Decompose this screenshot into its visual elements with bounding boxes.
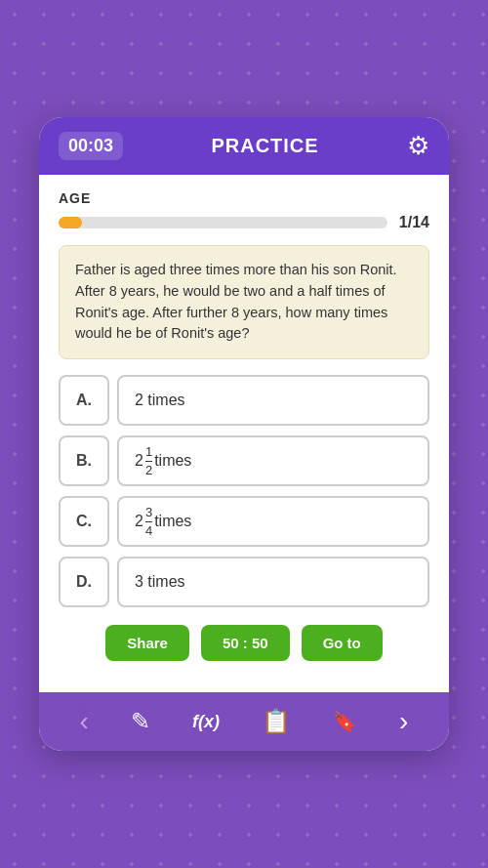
main-card: 00:03 PRACTICE ⚙ AGE 1/14 Father is aged…	[39, 117, 449, 751]
bookmark-icon[interactable]: 🔖	[333, 710, 357, 733]
edit-icon[interactable]: ✎	[131, 708, 150, 735]
fraction-b: 12	[145, 444, 152, 477]
back-icon[interactable]: ‹	[80, 706, 89, 737]
option-text-a[interactable]: 2 times	[117, 375, 429, 426]
question-box: Father is aged three times more than his…	[59, 245, 429, 359]
option-text-b[interactable]: 2 12 times	[117, 435, 429, 486]
progress-bar-container	[59, 217, 387, 228]
timer-display: 00:03	[59, 132, 123, 160]
progress-text: 1/14	[399, 214, 429, 231]
header: 00:03 PRACTICE ⚙	[39, 117, 449, 175]
option-text-c[interactable]: 2 34 times	[117, 496, 429, 547]
option-text-d[interactable]: 3 times	[117, 557, 429, 607]
options-list: A. 2 times B. 2 12 times C. 2 34 times D…	[59, 375, 429, 607]
fraction-c: 34	[145, 505, 152, 538]
go-to-button[interactable]: Go to	[302, 625, 383, 661]
clipboard-icon[interactable]: 📋	[262, 708, 291, 735]
option-row-a: A. 2 times	[59, 375, 429, 426]
fifty-fifty-button[interactable]: 50 : 50	[201, 625, 290, 661]
share-button[interactable]: Share	[105, 625, 189, 661]
option-row-b: B. 2 12 times	[59, 435, 429, 486]
bottom-nav: ‹ ✎ f(x) 📋 🔖 ›	[39, 692, 449, 751]
progress-row: 1/14	[59, 214, 429, 231]
header-title: PRACTICE	[211, 135, 318, 157]
option-letter-b[interactable]: B.	[59, 435, 109, 486]
progress-bar-fill	[59, 217, 82, 228]
gear-icon[interactable]: ⚙	[407, 131, 429, 161]
content-area: AGE 1/14 Father is aged three times more…	[39, 175, 449, 692]
category-label: AGE	[59, 190, 429, 206]
option-row-d: D. 3 times	[59, 557, 429, 607]
function-icon[interactable]: f(x)	[192, 712, 220, 732]
forward-icon[interactable]: ›	[399, 706, 408, 737]
action-buttons: Share 50 : 50 Go to	[59, 625, 429, 661]
option-letter-c[interactable]: C.	[59, 496, 109, 547]
option-letter-a[interactable]: A.	[59, 375, 109, 426]
option-letter-d[interactable]: D.	[59, 557, 109, 607]
option-row-c: C. 2 34 times	[59, 496, 429, 547]
